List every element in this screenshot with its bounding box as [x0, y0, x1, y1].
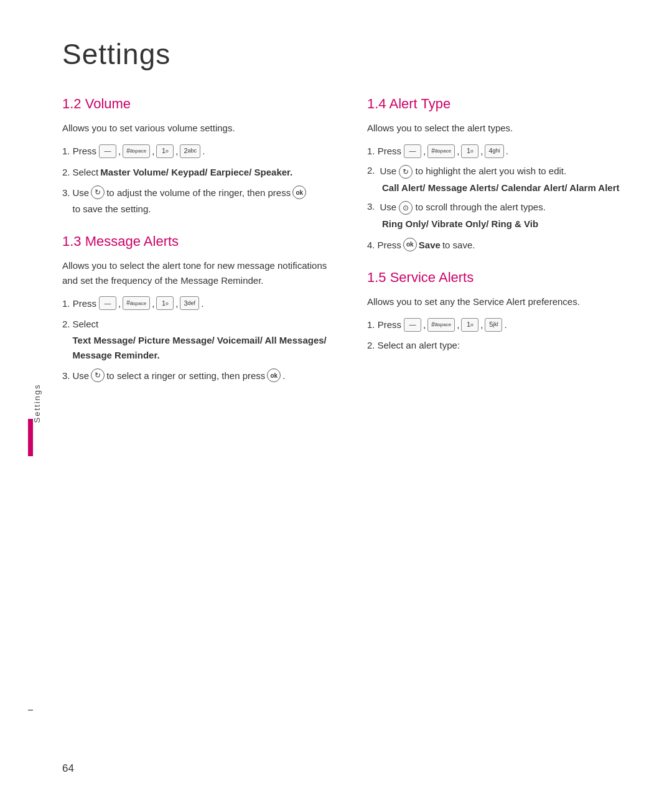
step-text: Press ok Save to save.	[378, 238, 647, 252]
bold-text: Master Volume/ Keypad/ Earpiece/ Speaker…	[100, 165, 292, 179]
service-alerts-description: Allows you to set any the Service Alert …	[367, 294, 647, 309]
step-num: 1. Press	[367, 144, 401, 158]
step-line: 2. Use ↻ to highlight the alert you wish…	[367, 165, 647, 179]
key-5jkl: 5 jkl	[485, 318, 502, 332]
step-num: 3.	[62, 185, 70, 200]
key-dash: —	[99, 144, 116, 158]
sidebar-bar	[28, 419, 33, 456]
key-hash: #aspace	[427, 144, 455, 158]
bold-text: Text Message/ Picture Message/ Voicemail…	[73, 333, 342, 362]
step-num: 3.	[62, 368, 70, 383]
step-text: Select an alert type:	[378, 338, 647, 352]
ok-icon: ok	[267, 368, 281, 382]
sub-bold-text: Ring Only/ Vibrate Only/ Ring & Vib	[382, 217, 647, 232]
alert-step-1: 1. Press — , #aspace , 1o , 4 ghi .	[367, 144, 647, 158]
service-alerts-heading: 1.5 Service Alerts	[367, 269, 647, 286]
message-alerts-description: Allows you to select the alert tone for …	[62, 258, 342, 288]
key-hash: #aspace	[123, 144, 150, 158]
volume-step-3: 3. Use ↻ to adjust the volume of the rin…	[62, 185, 342, 217]
right-column: 1.4 Alert Type Allows you to select the …	[367, 96, 647, 400]
alert-step-2: 2. Use ↻ to highlight the alert you wish…	[367, 165, 647, 195]
msg-step-1: 1. Press — , #aspace , 1o , 3 def .	[62, 296, 342, 311]
step-num: 2.	[62, 165, 70, 179]
left-column: 1.2 Volume Allows you to set various vol…	[62, 96, 342, 400]
service-step-2: 2. Select an alert type:	[367, 338, 647, 352]
nav-icon: ↻	[91, 185, 105, 199]
volume-step-1: 1. Press — , #aspace , 1o , 2 abc .	[62, 144, 342, 158]
step-line: 3. Use ⊙ to scroll through the alert typ…	[367, 201, 647, 215]
section-message-alerts: 1.3 Message Alerts Allows you to select …	[62, 233, 342, 383]
nav2-icon: ⊙	[399, 201, 413, 215]
step-num: 2.	[62, 317, 70, 331]
sub-bold-text: Call Alert/ Message Alerts/ Calendar Ale…	[382, 181, 647, 195]
nav-icon: ↻	[91, 368, 105, 382]
step-text: Use ↻ to select a ringer or setting, the…	[73, 368, 342, 383]
key-hash: #aspace	[123, 296, 150, 310]
key-1: 1o	[461, 318, 478, 332]
page-number: 64	[62, 762, 74, 775]
bold-save: Save	[419, 238, 441, 252]
page-container: Settings 64 Settings 1.2 Volume Allows y…	[0, 0, 672, 806]
key-4ghi: 4 ghi	[485, 144, 503, 158]
step-keys: — , #aspace , 1o , 3 def .	[99, 296, 342, 311]
key-dash: —	[99, 296, 116, 310]
volume-description: Allows you to set various volume setting…	[62, 121, 342, 135]
nav-icon: ↻	[399, 165, 413, 179]
step-num: 4.	[367, 238, 375, 252]
msg-step-3: 3. Use ↻ to select a ringer or setting, …	[62, 368, 342, 383]
sidebar-line	[28, 710, 33, 711]
volume-heading: 1.2 Volume	[62, 96, 342, 112]
two-col-layout: 1.2 Volume Allows you to set various vol…	[62, 96, 647, 400]
section-volume: 1.2 Volume Allows you to set various vol…	[62, 96, 342, 216]
step-text: Select Master Volume/ Keypad/ Earpiece/ …	[73, 165, 342, 179]
step-num: 1. Press	[62, 296, 96, 311]
step-text: Use ↻ to adjust the volume of the ringer…	[73, 185, 342, 217]
msg-step-2: 2. Select Text Message/ Picture Message/…	[62, 317, 342, 362]
step-num: 3.	[367, 201, 375, 212]
section-alert-type: 1.4 Alert Type Allows you to select the …	[367, 96, 647, 252]
volume-step-2: 2. Select Master Volume/ Keypad/ Earpiec…	[62, 165, 342, 179]
step-text: Use ↻ to highlight the alert you wish to…	[380, 165, 567, 179]
ok-icon: ok	[292, 185, 306, 199]
key-1: 1o	[461, 144, 478, 158]
ok-icon: ok	[403, 238, 417, 251]
key-1: 1o	[156, 296, 174, 310]
sidebar-label: Settings	[32, 383, 42, 423]
key-3def: 3 def	[180, 296, 199, 310]
alert-type-heading: 1.4 Alert Type	[367, 96, 647, 112]
alert-type-description: Allows you to select the alert types.	[367, 121, 647, 135]
step-keys: — , #aspace , 1o , 5 jkl .	[404, 317, 647, 332]
key-dash: —	[404, 318, 421, 332]
key-2abc: 2 abc	[180, 144, 200, 158]
message-alerts-heading: 1.3 Message Alerts	[62, 233, 342, 250]
step-num: 1. Press	[62, 144, 96, 158]
step-text: Select Text Message/ Picture Message/ Vo…	[73, 317, 342, 362]
main-content: Settings 1.2 Volume Allows you to set va…	[62, 37, 647, 400]
alert-step-3: 3. Use ⊙ to scroll through the alert typ…	[367, 201, 647, 232]
step-num: 2.	[367, 338, 375, 352]
key-dash: —	[404, 144, 421, 158]
step-text: Use ⊙ to scroll through the alert types.	[380, 201, 546, 215]
page-title: Settings	[62, 37, 647, 71]
step-num: 1. Press	[367, 317, 401, 332]
step-num: 2.	[367, 165, 375, 176]
key-hash: #aspace	[427, 318, 455, 332]
step-keys: — , #aspace , 1o , 2 abc .	[99, 144, 342, 158]
service-step-1: 1. Press — , #aspace , 1o , 5 jkl .	[367, 317, 647, 332]
key-1: 1o	[156, 144, 174, 158]
step-keys: — , #aspace , 1o , 4 ghi .	[404, 144, 647, 158]
section-service-alerts: 1.5 Service Alerts Allows you to set any…	[367, 269, 647, 353]
alert-step-4: 4. Press ok Save to save.	[367, 238, 647, 252]
